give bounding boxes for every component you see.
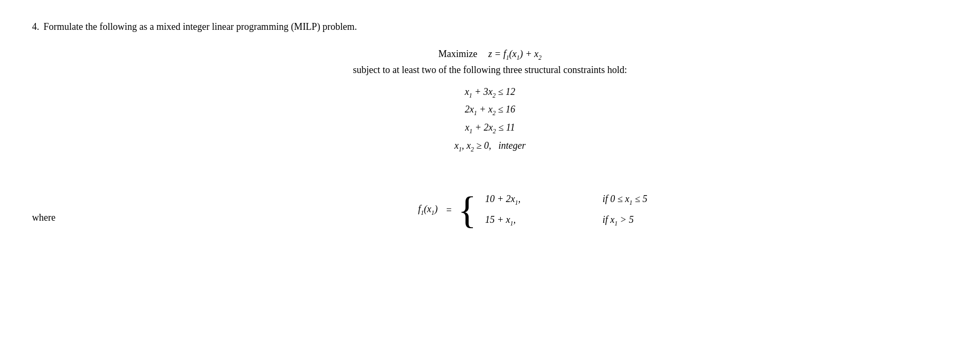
case-1-condition: if 0 ≤ x1 ≤ 5 [603, 191, 647, 208]
left-brace: { [458, 191, 477, 229]
constraints-section: x1 + 3x2 ≤ 12 2x1 + x2 ≤ 16 x1 + 2x2 ≤ 1… [454, 83, 526, 155]
problem-container: 4. Formulate the following as a mixed in… [32, 21, 948, 229]
where-section: where f1(x1) = { 10 + 2x1, if 0 ≤ x1 ≤ 5 [32, 180, 948, 229]
case-2-condition: if x1 > 5 [603, 212, 634, 229]
constraint-1: x1 + 3x2 ≤ 12 [465, 83, 516, 101]
maximize-expr: z = f1(x1) + x2 [488, 49, 542, 59]
problem-intro: Formulate the following as a mixed integ… [44, 21, 357, 33]
piecewise-case-1: 10 + 2x1, if 0 ≤ x1 ≤ 5 [485, 191, 647, 208]
constraint-3: x1 + 2x2 ≤ 11 [465, 119, 515, 137]
piecewise-cases: 10 + 2x1, if 0 ≤ x1 ≤ 5 15 + x1, if x1 >… [485, 191, 647, 229]
problem-number: 4. [32, 21, 39, 33]
where-label: where [32, 212, 75, 223]
case-1-expr: 10 + 2x1, [485, 191, 571, 208]
subject-to-line: subject to at least two of the following… [353, 65, 627, 76]
piecewise-case-2: 15 + x1, if x1 > 5 [485, 212, 647, 229]
constraint-4: x1, x2 ≥ 0, integer [454, 137, 526, 155]
maximize-label: Maximize [438, 49, 477, 59]
math-block: Maximize z = f1(x1) + x2 subject to at l… [32, 49, 948, 159]
brace-container: { 10 + 2x1, if 0 ≤ x1 ≤ 5 15 + x1, [458, 191, 647, 229]
constraint-2: 2x1 + x2 ≤ 16 [465, 101, 516, 119]
case-2-expr: 15 + x1, [485, 212, 571, 229]
problem-header: 4. Formulate the following as a mixed in… [32, 21, 948, 33]
equals-sign: = [446, 205, 452, 216]
piecewise-lhs: f1(x1) [418, 204, 438, 216]
piecewise-definition: f1(x1) = { 10 + 2x1, if 0 ≤ x1 ≤ 5 [117, 191, 948, 229]
maximize-line: Maximize z = f1(x1) + x2 [438, 49, 541, 61]
